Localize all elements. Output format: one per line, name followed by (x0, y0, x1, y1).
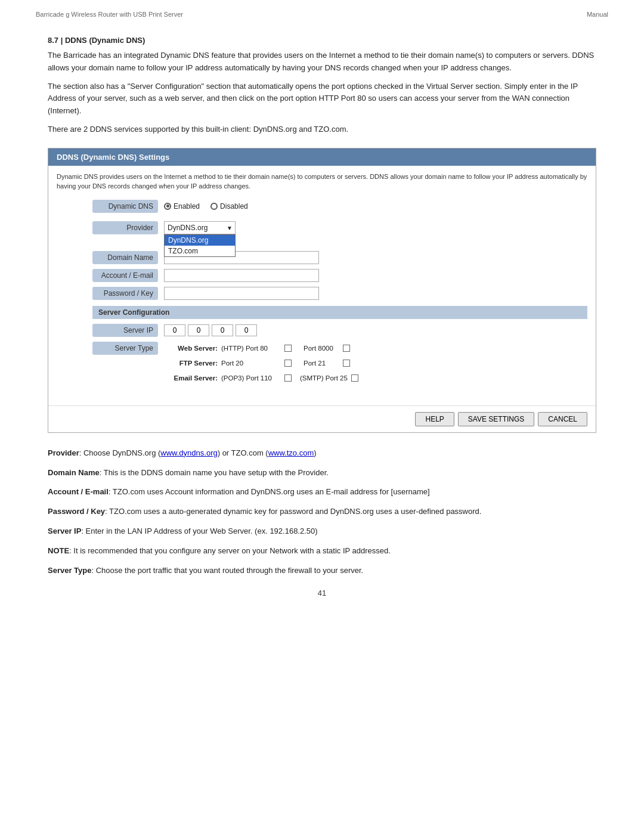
desc-password-lead: Password / Key (48, 507, 105, 516)
panel-desc: Dynamic DNS provides users on the Intern… (48, 166, 596, 194)
desc-server-ip-lead: Server IP (48, 527, 81, 535)
enabled-label: Enabled (174, 202, 200, 210)
port-20-box (284, 360, 292, 367)
provider-select-box[interactable]: DynDNS.org ▼ (164, 221, 236, 234)
account-label: Account / E-mail (92, 269, 158, 282)
section-title: 8.7 | DDNS (Dynamic DNS) (48, 36, 596, 45)
port-21-box (343, 360, 350, 367)
provider-option-dyndns[interactable]: DynDNS.org (165, 235, 235, 246)
server-type-block: Web Server: (HTTP) Port 80 Port 8000 FTP… (164, 342, 358, 386)
smtp-box (351, 374, 358, 382)
desc-note-lead: NOTE (48, 546, 69, 555)
pop3-port-label: (POP3) Port 110 (221, 371, 281, 385)
para1: The Barricade has an integrated Dynamic … (48, 49, 596, 75)
server-ip-octet4[interactable] (236, 324, 257, 336)
password-label: Password / Key (92, 287, 158, 300)
header-left: Barricade g Wireless Router with USB Pri… (36, 11, 183, 18)
port-8000-box (343, 345, 350, 352)
panel-header: DDNS (Dynamic DNS) Settings (48, 148, 596, 166)
smtp-port-checkbox[interactable] (351, 374, 358, 382)
desc-provider-lead: Provider (48, 448, 79, 457)
desc-server-type-lead: Server Type (48, 566, 91, 575)
account-row: Account / E-mail (57, 269, 587, 282)
radio-group: Enabled Disabled (164, 202, 248, 210)
provider-label: Provider (92, 221, 158, 234)
ddns-panel: DDNS (Dynamic DNS) Settings Dynamic DNS … (48, 148, 596, 433)
account-input[interactable] (164, 269, 319, 282)
pop3-box (284, 374, 292, 382)
http-port-80-checkbox[interactable] (284, 345, 292, 352)
desc-server-ip-text: : Enter in the LAN IP Address of your We… (81, 527, 317, 535)
cancel-button[interactable]: CANCEL (538, 412, 587, 426)
desc-domain-lead: Domain Name (48, 468, 100, 477)
server-ip-inputs (164, 324, 257, 336)
server-type-label: Server Type (92, 342, 158, 355)
dynamic-dns-row: Dynamic DNS Enabled Disabled (57, 200, 587, 213)
desc-domain: Domain Name: This is the DDNS domain nam… (48, 467, 596, 479)
radio-disabled[interactable]: Disabled (210, 202, 248, 210)
page-content: 8.7 | DDNS (Dynamic DNS) The Barricade h… (0, 24, 644, 621)
para2: The section also has a "Server Configura… (48, 80, 596, 117)
server-ip-label: Server IP (92, 324, 158, 337)
panel-body: Dynamic DNS Enabled Disabled Provider (48, 194, 596, 401)
pop3-port-checkbox[interactable] (284, 374, 292, 382)
port-21-checkbox[interactable] (343, 360, 350, 367)
port-8000-label: Port 8000 (304, 342, 339, 355)
desc-provider: Provider: Choose DynDNS.org (www.dyndns.… (48, 447, 596, 460)
domain-name-label: Domain Name (92, 251, 158, 264)
page-number: 41 (48, 589, 596, 597)
email-server-label: Email Server: (164, 371, 218, 385)
disabled-label: Disabled (220, 202, 248, 210)
tzo-link[interactable]: www.tzo.com (268, 448, 314, 457)
ftp-server-row: FTP Server: Port 20 Port 21 (164, 357, 358, 370)
web-server-label: Web Server: (164, 342, 218, 355)
port-21-label-text: Port 21 (304, 357, 339, 370)
server-ip-octet3[interactable] (212, 324, 233, 336)
server-config-header: Server Configuration (92, 306, 587, 319)
desc-account: Account / E-mail: TZO.com uses Account i… (48, 486, 596, 498)
radio-enabled[interactable]: Enabled (164, 202, 200, 210)
domain-name-row: Domain Name (57, 251, 587, 264)
desc-provider-end: ) (314, 448, 316, 457)
radio-dot-disabled (210, 203, 218, 210)
http-port-label: (HTTP) Port 80 (221, 342, 281, 355)
password-row: Password / Key (57, 287, 587, 300)
server-ip-octet2[interactable] (188, 324, 209, 336)
desc-password: Password / Key: TZO.com uses a auto-gene… (48, 506, 596, 518)
desc-server-type: Server Type: Choose the port traffic tha… (48, 565, 596, 577)
para3: There are 2 DDNS services supported by t… (48, 123, 596, 136)
desc-note-text: : It is recommended that you configure a… (69, 546, 391, 555)
desc-note: NOTE: It is recommended that you configu… (48, 545, 596, 558)
dropdown-arrow-icon: ▼ (227, 224, 233, 231)
dyndns-link[interactable]: www.dyndns.org (160, 448, 217, 457)
save-settings-button[interactable]: SAVE SETTINGS (458, 412, 534, 426)
port-20-label-text: Port 20 (221, 357, 281, 370)
desc-domain-text: : This is the DDNS domain name you have … (100, 468, 329, 477)
provider-option-tzo[interactable]: TZO.com (165, 246, 235, 256)
desc-server-ip: Server IP: Enter in the LAN IP Address o… (48, 525, 596, 538)
server-ip-octet1[interactable] (164, 324, 185, 336)
server-type-row: Server Type Web Server: (HTTP) Port 80 P… (57, 342, 587, 386)
server-ip-row: Server IP (57, 324, 587, 337)
provider-dropdown[interactable]: DynDNS.org ▼ DynDNS.org TZO.com (164, 221, 236, 234)
desc-account-lead: Account / E-mail (48, 487, 109, 496)
http-port-80-box (284, 345, 292, 352)
provider-row: Provider DynDNS.org ▼ DynDNS.org TZO.com (57, 221, 587, 234)
ftp-server-label: FTP Server: (164, 357, 218, 370)
help-button[interactable]: HELP (415, 412, 454, 426)
desc-server-type-text: : Choose the port traffic that you want … (91, 566, 363, 575)
port-20-checkbox[interactable] (284, 360, 292, 367)
radio-dot-enabled (164, 203, 171, 210)
port-8000-checkbox[interactable] (343, 345, 350, 352)
desc-provider-mid: ) or TZO.com ( (218, 448, 268, 457)
button-row: HELP SAVE SETTINGS CANCEL (48, 405, 596, 432)
password-input[interactable] (164, 287, 319, 300)
smtp-port-label: (SMTP) Port 25 (300, 371, 348, 385)
desc-account-text: : TZO.com uses Account information and D… (109, 487, 430, 496)
email-server-row: Email Server: (POP3) Port 110 (SMTP) Por… (164, 371, 358, 385)
dynamic-dns-label: Dynamic DNS (92, 200, 158, 213)
web-server-row: Web Server: (HTTP) Port 80 Port 8000 (164, 342, 358, 355)
desc-provider-text: : Choose DynDNS.org ( (79, 448, 161, 457)
provider-value: DynDNS.org (168, 224, 208, 232)
header-right: Manual (587, 11, 608, 18)
